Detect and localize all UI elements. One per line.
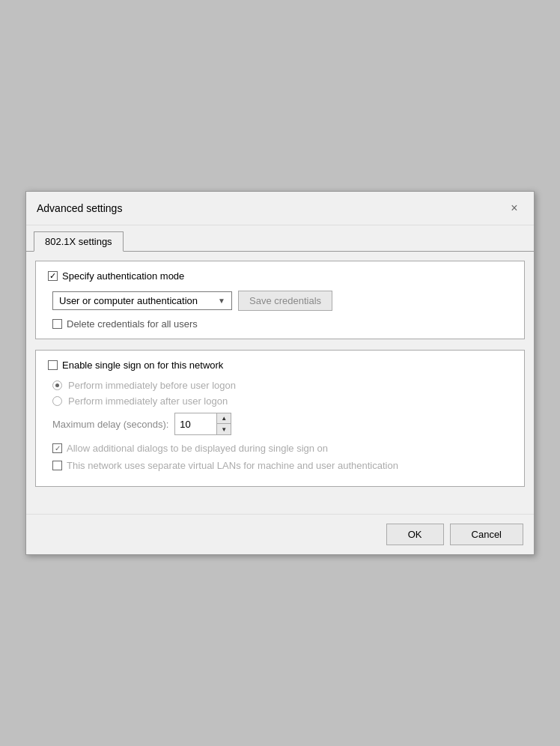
dialog-footer: OK Cancel (26, 514, 534, 554)
radio-before-logon-row: Perform immediately before user logon (52, 380, 512, 391)
spinner-down-button[interactable]: ▼ (217, 424, 231, 434)
tab-content: Specify authentication mode User or comp… (26, 251, 534, 506)
spinner-buttons: ▲ ▼ (216, 413, 231, 434)
tab-802-1x-settings[interactable]: 802.1X settings (34, 231, 124, 252)
delete-credentials-checkbox[interactable] (52, 319, 62, 329)
cancel-button[interactable]: Cancel (450, 524, 523, 545)
allow-additional-dialogs-checkbox[interactable] (52, 443, 62, 453)
ok-button[interactable]: OK (386, 524, 444, 545)
specify-auth-mode-checkbox[interactable] (48, 271, 58, 281)
advanced-settings-dialog: Advanced settings × 802.1X settings Spec… (25, 191, 535, 555)
radio-before-logon[interactable] (52, 380, 62, 390)
dropdown-arrow-icon: ▼ (218, 297, 225, 305)
close-button[interactable]: × (505, 199, 523, 217)
separate-vlans-row: This network uses separate virtual LANs … (52, 460, 512, 471)
auth-mode-content: User or computer authentication ▼ Save c… (48, 291, 512, 330)
allow-additional-dialogs-row: Allow additional dialogs to be displayed… (52, 443, 512, 454)
auth-mode-header: Specify authentication mode (48, 270, 512, 282)
sso-content: Perform immediately before user logon Pe… (48, 380, 512, 471)
enable-sso-label[interactable]: Enable single sign on for this network (48, 360, 223, 371)
auth-mode-dropdown[interactable]: User or computer authentication ▼ (52, 291, 232, 310)
delay-spinner[interactable]: ▲ ▼ (174, 413, 231, 435)
enable-sso-checkbox[interactable] (48, 360, 58, 370)
dropdown-row: User or computer authentication ▼ Save c… (52, 291, 512, 311)
dialog-title: Advanced settings (37, 202, 122, 214)
radio-after-logon-row: Perform immediately after user logon (52, 395, 512, 407)
single-sign-on-section: Enable single sign on for this network P… (35, 350, 525, 487)
title-bar: Advanced settings × (26, 192, 534, 225)
authentication-mode-section: Specify authentication mode User or comp… (35, 261, 525, 339)
radio-after-logon[interactable] (52, 396, 62, 406)
save-credentials-button[interactable]: Save credentials (238, 291, 332, 311)
specify-auth-mode-label[interactable]: Specify authentication mode (48, 270, 184, 282)
delete-credentials-row: Delete credentials for all users (52, 318, 512, 330)
spinner-up-button[interactable]: ▲ (217, 413, 231, 424)
separate-vlans-checkbox[interactable] (52, 461, 62, 470)
max-delay-row: Maximum delay (seconds): ▲ ▼ (52, 413, 512, 435)
sso-header: Enable single sign on for this network (48, 360, 512, 371)
delay-input[interactable] (175, 413, 216, 434)
tab-bar: 802.1X settings (26, 225, 534, 251)
